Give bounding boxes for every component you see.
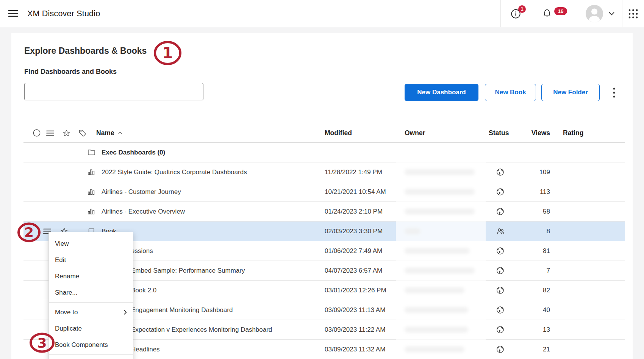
top-bar: XM Discover Studio 1 16: [0, 0, 644, 27]
column-header-name[interactable]: Name: [96, 123, 122, 142]
menu-item-share[interactable]: Share...: [49, 284, 133, 301]
row-owner-blurred: [405, 202, 475, 221]
row-owner-blurred: [405, 281, 464, 300]
table-row[interactable]: Airlines - Executive Overview 01/24/2023…: [23, 202, 625, 222]
row-owner-blurred: [405, 241, 470, 261]
status-public-globe-icon: [496, 162, 505, 182]
status-public-globe-icon: [496, 300, 505, 320]
row-name: Airlines - Customer Journey: [102, 182, 181, 201]
waffle-grid-icon: [628, 9, 638, 19]
row-owner-blurred: [405, 162, 475, 182]
row-owner-blurred: [405, 222, 420, 241]
search-input[interactable]: [24, 83, 203, 100]
dashboard-chart-icon: [87, 182, 95, 201]
row-modified: 03/01/2023 12:26 PM: [325, 281, 386, 300]
account-menu[interactable]: [578, 0, 622, 27]
status-public-globe-icon: [496, 202, 505, 221]
bell-badge: 16: [554, 7, 567, 15]
row-modified: 01/06/2022 7:49 AM: [325, 241, 382, 261]
row-modified: 03/09/2023 11:22 AM: [325, 320, 385, 339]
page-title: Explore Dashboards & Books: [24, 46, 147, 56]
avatar: [586, 5, 603, 22]
find-label: Find Dashboards and Books: [24, 68, 117, 76]
row-name: Headlines: [131, 340, 160, 359]
folder-icon: [87, 143, 96, 162]
menu-item-edit[interactable]: Edit: [49, 252, 133, 268]
menu-item-move-to[interactable]: Move to: [49, 304, 133, 320]
column-header-modified[interactable]: Modified: [325, 123, 352, 142]
row-owner-blurred: [405, 261, 475, 280]
row-views: 58: [504, 202, 550, 221]
row-modified: 10/21/2021 10:54 AM: [325, 182, 386, 201]
bell-icon: [542, 8, 552, 19]
status-public-globe-icon: [496, 261, 505, 280]
row-views: 13: [504, 320, 550, 339]
row-views: 21: [504, 340, 550, 359]
row-modified: 03/09/2023 11:32 AM: [325, 340, 385, 359]
new-book-button[interactable]: New Book: [485, 84, 536, 101]
dashboard-chart-icon: [87, 202, 95, 221]
chevron-right-icon: [124, 310, 127, 315]
menu-item-book-components[interactable]: Book Components: [49, 337, 133, 353]
row-views: 7: [504, 261, 550, 280]
row-modified: 01/24/2023 2:10 PM: [325, 202, 383, 221]
status-public-globe-icon: [496, 340, 505, 359]
notifications[interactable]: 16: [531, 0, 578, 27]
menu-divider: [49, 354, 133, 355]
menu-lines-icon[interactable]: [46, 123, 54, 142]
row-views: 40: [504, 300, 550, 320]
status-public-globe-icon: [496, 182, 505, 201]
status-public-globe-icon: [496, 320, 505, 339]
row-views: 82: [504, 281, 550, 300]
column-header-views[interactable]: Views: [504, 123, 550, 142]
row-name: Airlines - Executive Overview: [102, 202, 185, 221]
table-row-folder[interactable]: Exec Dashboards (0): [23, 143, 625, 162]
menu-item-rename[interactable]: Rename: [49, 268, 133, 284]
row-name: Embed Sample: Performance Summary: [131, 261, 245, 280]
row-modified: 02/03/2023 3:30 PM: [325, 222, 383, 241]
menu-item-view[interactable]: View: [49, 236, 133, 252]
info-notifications[interactable]: 1: [500, 0, 531, 27]
menu-item-label: Move to: [55, 309, 78, 316]
table-row[interactable]: Airlines - Customer Journey 10/21/2021 1…: [23, 182, 625, 202]
select-all-circle-icon[interactable]: [33, 123, 41, 142]
row-name: Expectation v Experiences Monitoring Das…: [131, 320, 272, 339]
app-switcher[interactable]: [622, 0, 644, 27]
label-tag-icon[interactable]: [78, 123, 87, 142]
row-views: 81: [504, 241, 550, 261]
table-header: Name Modified Owner Status Views Rating: [23, 123, 625, 143]
favorite-star-icon[interactable]: [62, 123, 71, 142]
context-menu: View Edit Rename Share... Move to Duplic…: [48, 232, 133, 359]
row-name: essions: [131, 241, 153, 261]
app-title: XM Discover Studio: [27, 0, 100, 27]
dashboard-chart-icon: [87, 162, 95, 182]
info-badge: 1: [518, 5, 526, 13]
new-dashboard-button[interactable]: New Dashboard: [405, 84, 478, 101]
row-modified: 11/28/2022 1:49 PM: [325, 162, 382, 182]
table-row[interactable]: 2022 Style Guide: Qualtrics Corporate Da…: [23, 162, 625, 182]
status-public-globe-icon: [496, 241, 505, 261]
row-views: 8: [504, 222, 550, 241]
more-actions-kebab-icon[interactable]: [611, 87, 617, 98]
status-public-globe-icon: [496, 281, 505, 300]
row-name: Book 2.0: [131, 281, 156, 300]
column-header-rating[interactable]: Rating: [563, 123, 583, 142]
row-name: 2022 Style Guide: Qualtrics Corporate Da…: [102, 162, 247, 182]
row-owner-blurred: [405, 340, 464, 359]
row-owner-blurred: [405, 182, 475, 201]
row-owner-blurred: [405, 300, 468, 320]
xm-discover-studio-page: XM Discover Studio 1 16: [0, 0, 644, 359]
column-header-owner[interactable]: Owner: [405, 123, 425, 142]
row-name: Exec Dashboards (0): [102, 143, 165, 162]
row-modified: 04/07/2023 6:57 AM: [325, 261, 382, 280]
row-modified: 03/09/2023 11:13 AM: [325, 300, 385, 320]
row-name: Engagement Monitoring Dashboard: [131, 300, 233, 320]
main-menu-icon[interactable]: [8, 10, 18, 17]
menu-divider: [49, 302, 133, 303]
chevron-down-icon: [609, 12, 614, 16]
sort-asc-icon: [118, 131, 122, 134]
row-views: 109: [504, 162, 550, 182]
new-folder-button[interactable]: New Folder: [541, 84, 600, 101]
menu-item-duplicate[interactable]: Duplicate: [49, 320, 133, 337]
row-views: 113: [504, 182, 550, 201]
